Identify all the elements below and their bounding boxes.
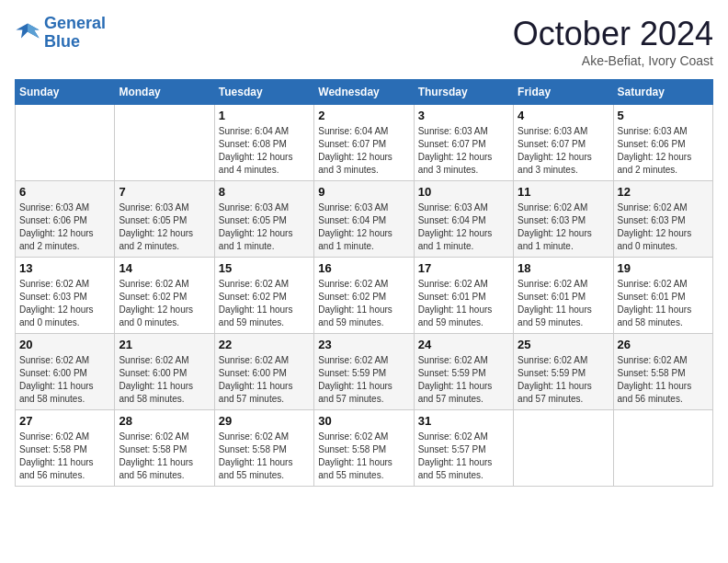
day-number: 16 (318, 261, 409, 275)
day-info: Sunrise: 6:02 AM Sunset: 6:01 PM Dayligh… (518, 278, 609, 329)
calendar-cell: 21Sunrise: 6:02 AM Sunset: 6:00 PM Dayli… (115, 334, 214, 410)
day-number: 6 (19, 185, 110, 199)
day-info: Sunrise: 6:03 AM Sunset: 6:05 PM Dayligh… (219, 201, 310, 253)
calendar-cell: 11Sunrise: 6:02 AM Sunset: 6:03 PM Dayli… (514, 181, 613, 258)
calendar-cell (514, 410, 613, 487)
day-number: 25 (518, 338, 609, 351)
day-number: 8 (219, 185, 310, 199)
calendar-cell: 7Sunrise: 6:03 AM Sunset: 6:05 PM Daylig… (115, 181, 214, 258)
location-subtitle: Ake-Befiat, Ivory Coast (513, 53, 713, 68)
title-block: October 2024 Ake-Befiat, Ivory Coast (513, 15, 713, 68)
calendar-cell: 27Sunrise: 6:02 AM Sunset: 5:58 PM Dayli… (16, 410, 115, 487)
day-number: 12 (618, 185, 709, 199)
calendar-cell: 1Sunrise: 6:04 AM Sunset: 6:08 PM Daylig… (214, 105, 313, 181)
calendar-cell: 3Sunrise: 6:03 AM Sunset: 6:07 PM Daylig… (414, 105, 513, 181)
day-info: Sunrise: 6:03 AM Sunset: 6:07 PM Dayligh… (418, 125, 509, 177)
logo-general: General (44, 14, 106, 32)
weekday-header-row: SundayMondayTuesdayWednesdayThursdayFrid… (16, 80, 713, 105)
day-info: Sunrise: 6:02 AM Sunset: 5:58 PM Dayligh… (19, 431, 110, 482)
day-info: Sunrise: 6:03 AM Sunset: 6:07 PM Dayligh… (518, 125, 609, 177)
day-info: Sunrise: 6:02 AM Sunset: 5:59 PM Dayligh… (318, 354, 409, 406)
weekday-header: Sunday (16, 80, 115, 105)
day-info: Sunrise: 6:04 AM Sunset: 6:07 PM Dayligh… (318, 125, 409, 177)
calendar-table: SundayMondayTuesdayWednesdayThursdayFrid… (15, 79, 713, 487)
day-number: 26 (618, 338, 709, 351)
calendar-cell: 4Sunrise: 6:03 AM Sunset: 6:07 PM Daylig… (514, 105, 613, 181)
logo-blue: Blue (44, 32, 80, 51)
day-number: 14 (119, 261, 210, 275)
calendar-cell: 12Sunrise: 6:02 AM Sunset: 6:03 PM Dayli… (613, 181, 712, 258)
day-number: 3 (418, 109, 509, 122)
day-number: 4 (518, 109, 609, 122)
day-number: 24 (418, 338, 509, 351)
day-number: 10 (418, 185, 509, 199)
calendar-cell: 24Sunrise: 6:02 AM Sunset: 5:59 PM Dayli… (414, 334, 513, 410)
calendar-cell: 23Sunrise: 6:02 AM Sunset: 5:59 PM Dayli… (314, 334, 414, 410)
calendar-cell: 5Sunrise: 6:03 AM Sunset: 6:06 PM Daylig… (613, 105, 712, 181)
calendar-cell: 14Sunrise: 6:02 AM Sunset: 6:02 PM Dayli… (115, 258, 214, 334)
calendar-cell: 31Sunrise: 6:02 AM Sunset: 5:57 PM Dayli… (414, 410, 513, 487)
day-info: Sunrise: 6:02 AM Sunset: 6:00 PM Dayligh… (219, 354, 310, 406)
day-info: Sunrise: 6:02 AM Sunset: 6:03 PM Dayligh… (518, 201, 609, 253)
day-number: 23 (318, 338, 409, 351)
day-number: 22 (219, 338, 310, 351)
day-info: Sunrise: 6:02 AM Sunset: 5:59 PM Dayligh… (418, 354, 509, 406)
day-number: 27 (19, 414, 110, 428)
calendar-cell: 18Sunrise: 6:02 AM Sunset: 6:01 PM Dayli… (514, 258, 613, 334)
day-info: Sunrise: 6:02 AM Sunset: 6:02 PM Dayligh… (318, 278, 409, 329)
calendar-week-row: 13Sunrise: 6:02 AM Sunset: 6:03 PM Dayli… (16, 258, 713, 334)
day-info: Sunrise: 6:02 AM Sunset: 5:58 PM Dayligh… (219, 431, 310, 482)
calendar-cell: 13Sunrise: 6:02 AM Sunset: 6:03 PM Dayli… (16, 258, 115, 334)
day-number: 19 (618, 261, 709, 275)
day-number: 2 (318, 109, 409, 122)
month-title: October 2024 (513, 15, 713, 53)
weekday-header: Monday (115, 80, 214, 105)
calendar-header: SundayMondayTuesdayWednesdayThursdayFrid… (16, 80, 713, 105)
calendar-cell: 22Sunrise: 6:02 AM Sunset: 6:00 PM Dayli… (214, 334, 313, 410)
day-number: 28 (119, 414, 210, 428)
day-number: 9 (318, 185, 409, 199)
day-info: Sunrise: 6:02 AM Sunset: 6:03 PM Dayligh… (19, 278, 110, 329)
day-number: 5 (618, 109, 709, 122)
day-number: 11 (518, 185, 609, 199)
day-info: Sunrise: 6:03 AM Sunset: 6:04 PM Dayligh… (418, 201, 509, 253)
day-info: Sunrise: 6:02 AM Sunset: 6:02 PM Dayligh… (219, 278, 310, 329)
weekday-header: Saturday (613, 80, 712, 105)
calendar-cell: 17Sunrise: 6:02 AM Sunset: 6:01 PM Dayli… (414, 258, 513, 334)
weekday-header: Wednesday (314, 80, 414, 105)
day-info: Sunrise: 6:02 AM Sunset: 6:03 PM Dayligh… (618, 201, 709, 253)
weekday-header: Thursday (414, 80, 513, 105)
weekday-header: Tuesday (214, 80, 313, 105)
calendar-week-row: 20Sunrise: 6:02 AM Sunset: 6:00 PM Dayli… (16, 334, 713, 410)
day-number: 15 (219, 261, 310, 275)
day-number: 29 (219, 414, 310, 428)
day-info: Sunrise: 6:02 AM Sunset: 5:58 PM Dayligh… (618, 354, 709, 406)
calendar-cell: 2Sunrise: 6:04 AM Sunset: 6:07 PM Daylig… (314, 105, 414, 181)
day-info: Sunrise: 6:03 AM Sunset: 6:04 PM Dayligh… (318, 201, 409, 253)
calendar-cell: 9Sunrise: 6:03 AM Sunset: 6:04 PM Daylig… (314, 181, 414, 258)
day-info: Sunrise: 6:02 AM Sunset: 5:57 PM Dayligh… (418, 431, 509, 482)
calendar-cell: 29Sunrise: 6:02 AM Sunset: 5:58 PM Dayli… (214, 410, 313, 487)
calendar-cell: 28Sunrise: 6:02 AM Sunset: 5:58 PM Dayli… (115, 410, 214, 487)
calendar-cell: 26Sunrise: 6:02 AM Sunset: 5:58 PM Dayli… (613, 334, 712, 410)
day-number: 18 (518, 261, 609, 275)
calendar-cell: 10Sunrise: 6:03 AM Sunset: 6:04 PM Dayli… (414, 181, 513, 258)
calendar-cell (115, 105, 214, 181)
calendar-cell (16, 105, 115, 181)
day-info: Sunrise: 6:02 AM Sunset: 5:59 PM Dayligh… (518, 354, 609, 406)
day-number: 7 (119, 185, 210, 199)
day-info: Sunrise: 6:03 AM Sunset: 6:05 PM Dayligh… (119, 201, 210, 253)
calendar-cell: 20Sunrise: 6:02 AM Sunset: 6:00 PM Dayli… (16, 334, 115, 410)
day-number: 30 (318, 414, 409, 428)
calendar-week-row: 27Sunrise: 6:02 AM Sunset: 5:58 PM Dayli… (16, 410, 713, 487)
day-info: Sunrise: 6:02 AM Sunset: 6:00 PM Dayligh… (119, 354, 210, 406)
day-info: Sunrise: 6:02 AM Sunset: 5:58 PM Dayligh… (119, 431, 210, 482)
day-info: Sunrise: 6:02 AM Sunset: 5:58 PM Dayligh… (318, 431, 409, 482)
day-info: Sunrise: 6:02 AM Sunset: 6:02 PM Dayligh… (119, 278, 210, 329)
calendar-cell: 30Sunrise: 6:02 AM Sunset: 5:58 PM Dayli… (314, 410, 414, 487)
day-number: 13 (19, 261, 110, 275)
svg-marker-1 (28, 23, 40, 38)
page-header: General Blue October 2024 Ake-Befiat, Iv… (15, 15, 713, 68)
logo: General Blue (15, 15, 106, 52)
weekday-header: Friday (514, 80, 613, 105)
